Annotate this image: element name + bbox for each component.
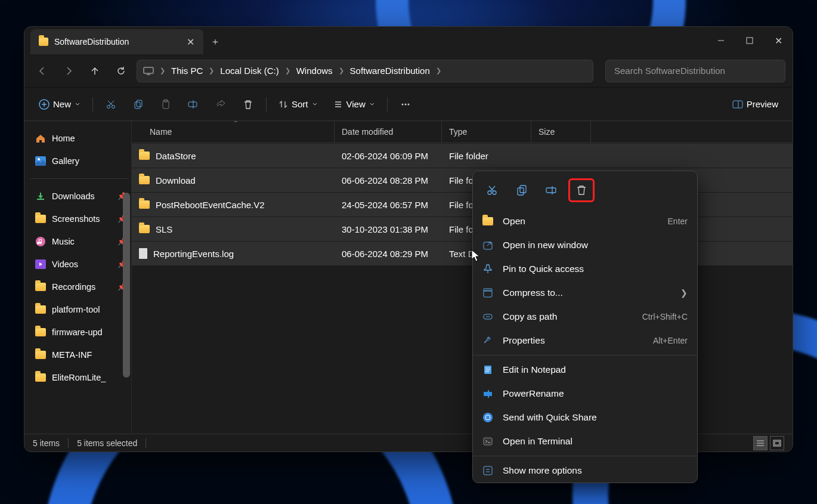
pin-icon (482, 264, 493, 274)
folder-icon (139, 176, 150, 184)
ellipsis-icon (400, 99, 411, 110)
sidebar-scrollbar[interactable] (123, 193, 130, 378)
folder-icon (139, 225, 150, 233)
wrench-icon (482, 335, 493, 346)
view-button[interactable]: View (327, 94, 381, 115)
sidebar-item[interactable]: Screenshots📌 (30, 208, 131, 230)
close-window-button[interactable]: ✕ (764, 27, 793, 54)
scissors-icon (106, 99, 116, 110)
sidebar-item[interactable]: META-INF (30, 344, 131, 366)
new-button[interactable]: New (33, 94, 86, 115)
chevron-right-icon: ❯ (339, 67, 344, 75)
refresh-button[interactable] (110, 60, 132, 82)
ctx-open[interactable]: OpenEnter (473, 209, 697, 233)
sidebar-item[interactable]: Recordings📌 (30, 276, 131, 298)
sidebar-item[interactable]: EliteRomLite_ (30, 366, 131, 389)
crumb-softwaredistribution[interactable]: SoftwareDistribution (350, 66, 430, 76)
share-button[interactable] (209, 94, 233, 115)
svg-rect-27 (520, 185, 526, 193)
new-tab-button[interactable]: ＋ (203, 29, 227, 54)
ctx-open-new-window[interactable]: Open in new window (473, 233, 697, 257)
sidebar-item[interactable]: Downloads📌 (30, 185, 131, 208)
column-name[interactable]: Name⌃ (132, 121, 335, 143)
cut-button[interactable] (99, 94, 123, 115)
ctx-copy-button[interactable] (509, 178, 535, 202)
delete-button[interactable] (236, 94, 260, 115)
folder-icon (139, 151, 150, 160)
svg-rect-38 (484, 438, 492, 445)
svg-rect-26 (518, 188, 524, 195)
sidebar-item[interactable]: Videos📌 (30, 253, 131, 276)
sidebar-item[interactable]: firmware-upd (30, 321, 131, 344)
crumb-this-pc[interactable]: This PC (171, 66, 203, 76)
details-view-button[interactable] (753, 436, 768, 450)
ctx-powerrename[interactable]: PowerRename (473, 382, 697, 406)
column-size[interactable]: Size (531, 121, 591, 143)
svg-rect-11 (188, 102, 197, 107)
minimize-button[interactable] (707, 27, 735, 54)
ctx-copy-path[interactable]: Copy as pathCtrl+Shift+C (473, 305, 697, 329)
tab-title: SoftwareDistribution (54, 37, 129, 47)
svg-rect-2 (144, 67, 153, 73)
svg-rect-23 (775, 441, 779, 445)
tile-view-button[interactable] (770, 436, 784, 450)
ctx-edit-notepad[interactable]: Edit in Notepad (473, 358, 697, 382)
home-icon (35, 134, 46, 143)
forward-button[interactable] (58, 60, 79, 82)
column-type[interactable]: Type (442, 121, 531, 143)
crumb-local-disk[interactable]: Local Disk (C:) (220, 66, 278, 76)
sort-button[interactable]: Sort (273, 94, 324, 115)
ctx-terminal[interactable]: Open in Terminal (473, 429, 697, 453)
svg-rect-28 (546, 188, 556, 193)
file-icon (139, 248, 147, 259)
column-date[interactable]: Date modified (335, 121, 442, 143)
gallery-icon (35, 156, 46, 166)
breadcrumb[interactable]: ❯ This PC ❯ Local Disk (C:) ❯ Windows ❯ … (137, 60, 593, 82)
terminal-icon (482, 436, 493, 447)
chevron-down-icon (312, 101, 318, 107)
svg-point-6 (112, 105, 115, 108)
ctx-pin-quick-access[interactable]: Pin to Quick access (473, 257, 697, 281)
ctx-show-more[interactable]: Show more options (473, 459, 697, 483)
notepad-icon (482, 364, 493, 375)
svg-point-19 (38, 158, 40, 160)
item-count: 5 items (33, 438, 60, 448)
ctx-properties[interactable]: PropertiesAlt+Enter (473, 329, 697, 353)
more-button[interactable] (394, 94, 417, 115)
sidebar-item[interactable]: Music📌 (30, 230, 131, 253)
ctx-cut-button[interactable] (479, 178, 505, 202)
ctx-compress[interactable]: Compress to...❯ (473, 281, 697, 305)
column-headers: Name⌃ Date modified Type Size (132, 121, 793, 143)
active-tab[interactable]: SoftwareDistribution ✕ (30, 29, 203, 54)
preview-icon (732, 100, 743, 109)
crumb-windows[interactable]: Windows (296, 66, 333, 76)
ctx-quick-share[interactable]: Send with Quick Share (473, 406, 697, 429)
back-button[interactable] (32, 60, 53, 82)
close-tab-button[interactable]: ✕ (183, 35, 197, 49)
svg-rect-39 (484, 466, 492, 475)
sidebar-home[interactable]: Home (30, 127, 131, 150)
svg-point-24 (488, 191, 491, 194)
preview-toggle[interactable]: Preview (726, 94, 784, 115)
ctx-rename-button[interactable] (539, 178, 565, 202)
paste-button[interactable] (154, 94, 178, 115)
svg-point-37 (483, 413, 493, 422)
chevron-down-icon (369, 101, 375, 107)
pc-icon (143, 67, 154, 75)
sidebar-gallery[interactable]: Gallery (30, 150, 131, 172)
copy-icon (516, 184, 528, 196)
rename-button[interactable] (181, 94, 205, 115)
file-row[interactable]: DataStore 02-06-2024 06:09 PM File folde… (132, 144, 793, 168)
ctx-delete-button[interactable] (568, 178, 595, 202)
svg-point-20 (36, 237, 45, 246)
paste-icon (160, 99, 171, 110)
svg-rect-8 (137, 100, 142, 107)
address-bar: ❯ This PC ❯ Local Disk (C:) ❯ Windows ❯ … (24, 54, 793, 88)
maximize-button[interactable] (735, 27, 764, 54)
sidebar-item[interactable]: platform-tool (30, 298, 131, 321)
up-button[interactable] (84, 60, 106, 82)
svg-point-15 (407, 103, 409, 105)
search-input[interactable]: Search SoftwareDistribution (605, 60, 785, 82)
copy-button[interactable] (126, 94, 150, 115)
folder-icon (482, 217, 493, 225)
